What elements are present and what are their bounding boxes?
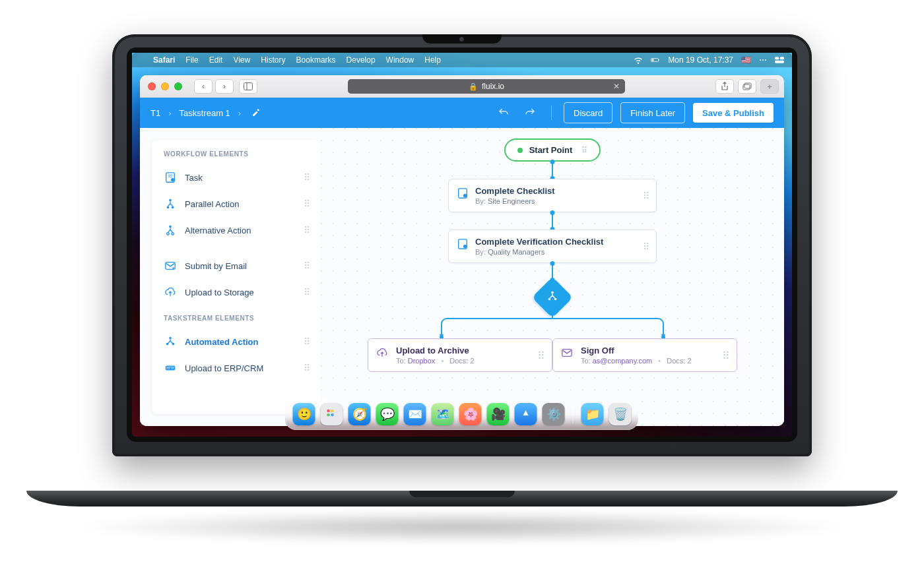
menu-history[interactable]: History: [261, 55, 285, 65]
nav-forward[interactable]: ›: [215, 79, 234, 94]
dock-settings[interactable]: ⚙️: [543, 403, 565, 425]
drag-handle-icon[interactable]: ⠿: [304, 199, 312, 209]
menu-window[interactable]: Window: [386, 55, 414, 65]
leaf-upload-archive[interactable]: Upload to Archive To: Dropbox • Docs: 2: [368, 338, 552, 372]
dock-downloads[interactable]: 📁: [581, 403, 604, 425]
dock-launchpad[interactable]: [321, 403, 343, 425]
discard-button[interactable]: Discard: [564, 102, 612, 123]
finish-later-button[interactable]: Finish Later: [620, 102, 685, 123]
drag-handle-icon[interactable]: ⠿: [304, 287, 312, 297]
menu-bookmarks[interactable]: Bookmarks: [296, 55, 336, 65]
task-node-checklist[interactable]: Complete Checklist By: Site Engineers ⠿: [448, 179, 657, 212]
siri-icon[interactable]: ⋯: [759, 55, 767, 65]
address-bar[interactable]: 🔒 fluix.io ✕: [348, 79, 625, 94]
input-flag-icon[interactable]: 🇺🇸: [741, 55, 751, 65]
save-publish-button[interactable]: Save & Publish: [693, 103, 774, 123]
breadcrumb-name[interactable]: Taskstream 1: [180, 108, 230, 118]
leaf-sign-off[interactable]: Sign Off To: as@company.com • Docs: 2: [552, 338, 737, 372]
palette-upload-erp[interactable]: HTTP Upload to ERP/CRM ⠿: [152, 355, 321, 381]
rename-button[interactable]: [249, 106, 263, 120]
menubar-clock[interactable]: Mon 19 Oct, 17:37: [668, 55, 733, 65]
drag-handle-icon[interactable]: ⠿: [722, 349, 730, 361]
palette-email-label: Submit by Email: [185, 261, 296, 271]
palette-task-label: Task: [185, 173, 296, 183]
tabs-button[interactable]: [738, 79, 756, 94]
app-menu[interactable]: Safari: [153, 55, 175, 65]
url-host: fluix.io: [482, 82, 504, 91]
breadcrumb-sep2: ›: [238, 108, 241, 118]
svg-point-27: [463, 245, 467, 248]
drag-handle-icon[interactable]: ⠿: [643, 241, 649, 252]
stop-reload-icon[interactable]: ✕: [612, 82, 621, 91]
window-zoom[interactable]: [174, 82, 182, 90]
dock-trash[interactable]: 🗑️: [609, 403, 632, 425]
menu-file[interactable]: File: [185, 55, 198, 65]
battery-icon[interactable]: [651, 55, 660, 65]
dock-safari[interactable]: 🧭: [348, 403, 371, 425]
svg-point-37: [331, 410, 334, 413]
sidebar-toggle[interactable]: [239, 79, 257, 94]
svg-rect-1: [659, 59, 659, 61]
connector[interactable]: [552, 263, 553, 280]
drag-handle-icon[interactable]: ⠿: [304, 172, 312, 183]
menu-edit[interactable]: Edit: [209, 55, 223, 65]
drag-handle-icon[interactable]: ⠿: [581, 146, 587, 155]
menu-develop[interactable]: Develop: [346, 55, 376, 65]
share-button[interactable]: [715, 79, 734, 94]
dock-finder[interactable]: 🙂: [293, 403, 315, 425]
svg-rect-5: [775, 61, 784, 63]
desktop: Safari File Edit View History Bookmarks …: [132, 53, 792, 437]
branch-icon: [546, 290, 558, 305]
drag-handle-icon[interactable]: ⠿: [304, 336, 312, 347]
leaf-subtitle: To: as@company.com • Docs: 2: [581, 357, 711, 365]
node-subtitle: By: Site Engineers: [475, 197, 631, 205]
drag-handle-icon[interactable]: ⠿: [304, 225, 312, 235]
redo-button[interactable]: [521, 104, 539, 122]
svg-rect-2: [652, 59, 654, 61]
undo-button[interactable]: [494, 104, 513, 122]
breadcrumb-short[interactable]: T1: [150, 108, 160, 118]
leaf-title: Sign Off: [581, 346, 711, 355]
sidebar-section-workflow: WORKFLOW ELEMENTS: [152, 150, 321, 164]
drag-handle-icon[interactable]: ⠿: [537, 349, 545, 361]
palette-parallel-action[interactable]: Parallel Action ⠿: [152, 191, 321, 217]
dock: 🙂 🧭 💬 ✉️ 🗺️ 🌸 🎥 ⚙️ 📁 �: [286, 398, 639, 430]
connector[interactable]: [552, 162, 553, 179]
svg-point-17: [172, 233, 174, 235]
cloud-upload-icon: [376, 347, 388, 359]
drag-handle-icon[interactable]: ⠿: [304, 261, 312, 271]
dock-mail[interactable]: ✉️: [404, 403, 426, 425]
new-tab-button[interactable]: ＋: [760, 79, 779, 94]
window-minimize[interactable]: [161, 82, 169, 90]
dock-facetime[interactable]: 🎥: [487, 403, 510, 425]
nav-back[interactable]: ‹: [194, 79, 213, 94]
connector[interactable]: [552, 212, 553, 230]
task-node-verification[interactable]: Complete Verification Checklist By: Qual…: [448, 230, 657, 263]
decision-node[interactable]: [532, 277, 573, 318]
menu-view[interactable]: View: [233, 55, 250, 65]
menu-help[interactable]: Help: [424, 55, 441, 65]
dock-maps[interactable]: 🗺️: [432, 403, 454, 425]
palette-upload-storage[interactable]: Upload to Storage ⠿: [152, 279, 321, 305]
wifi-icon[interactable]: [634, 55, 643, 65]
start-node[interactable]: Start Point ⠿: [504, 138, 601, 162]
palette-automated-action[interactable]: Automated Action ⠿: [152, 328, 321, 355]
dock-messages[interactable]: 💬: [376, 403, 399, 425]
divider: [551, 106, 552, 120]
status-dot-icon: [517, 148, 523, 153]
drag-handle-icon[interactable]: ⠿: [643, 191, 649, 201]
fluix-app: T1 › Taskstream 1 ›: [140, 98, 784, 426]
svg-point-36: [327, 410, 330, 413]
control-center-icon[interactable]: [775, 55, 784, 65]
task-icon: [457, 187, 469, 199]
palette-submit-email[interactable]: Submit by Email ⠿: [152, 253, 321, 279]
svg-point-25: [463, 194, 467, 197]
palette-task[interactable]: Task ⠿: [152, 164, 321, 191]
window-close[interactable]: [148, 82, 156, 90]
dock-appstore[interactable]: [515, 403, 537, 425]
dock-photos[interactable]: 🌸: [459, 403, 482, 425]
workflow-canvas[interactable]: Start Point ⠿ Complete Checklist: [321, 128, 784, 426]
svg-point-12: [169, 199, 172, 202]
palette-alternative-action[interactable]: Alternative Action ⠿: [152, 217, 321, 243]
drag-handle-icon[interactable]: ⠿: [304, 363, 312, 373]
